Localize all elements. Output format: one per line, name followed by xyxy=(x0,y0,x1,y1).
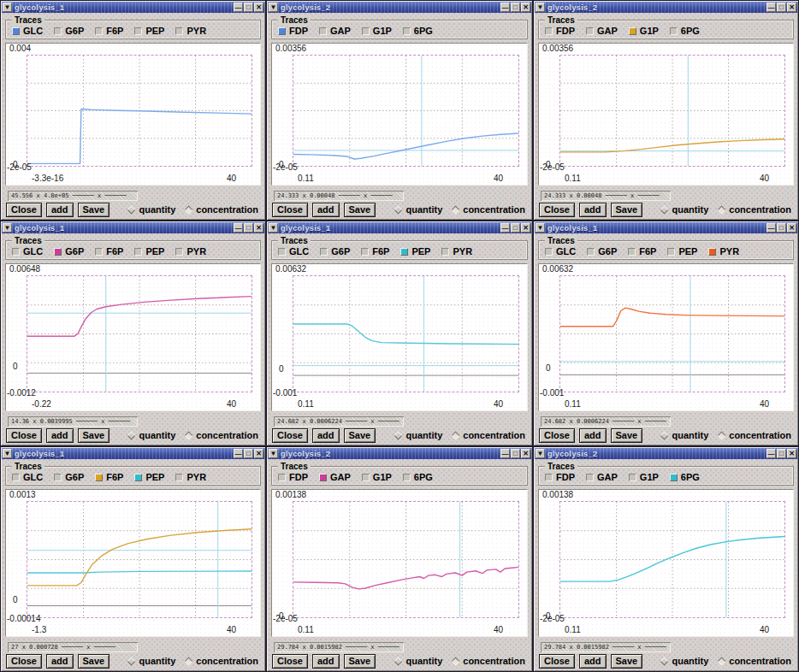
radio-quantity-diamond-icon[interactable] xyxy=(127,205,136,214)
checkbox-F6P[interactable] xyxy=(95,248,103,256)
plot-canvas[interactable] xyxy=(293,502,518,617)
maximize-icon[interactable]: □ xyxy=(777,3,786,12)
close-icon[interactable]: ✕ xyxy=(254,3,263,12)
radio-quantity[interactable]: quantity xyxy=(395,204,442,215)
close-icon[interactable]: ✕ xyxy=(787,3,796,12)
radio-quantity-diamond-icon[interactable] xyxy=(127,657,136,665)
close-button[interactable]: Close xyxy=(272,203,308,217)
radio-concentration[interactable]: concentration xyxy=(453,430,525,440)
trace-toggle-G1P[interactable]: G1P xyxy=(362,26,392,36)
trace-toggle-G6P[interactable]: G6P xyxy=(587,246,617,256)
add-button[interactable]: add xyxy=(46,654,74,669)
trace-toggle-F6P[interactable]: F6P xyxy=(95,246,123,256)
checkbox-G1P[interactable] xyxy=(362,27,370,35)
window-menu-icon[interactable]: ▼ xyxy=(536,3,545,12)
titlebar[interactable]: ▼glycolysis_2—□✕ xyxy=(535,448,797,459)
checkbox-GLC[interactable] xyxy=(12,27,20,35)
minimize-icon[interactable]: — xyxy=(766,223,776,233)
radio-quantity[interactable]: quantity xyxy=(128,656,175,666)
checkbox-FDP[interactable] xyxy=(545,27,553,35)
close-button[interactable]: Close xyxy=(6,654,42,669)
radio-quantity-diamond-icon[interactable] xyxy=(394,431,403,439)
minimize-icon[interactable]: — xyxy=(500,223,510,233)
checkbox-G1P[interactable] xyxy=(629,474,636,481)
plot-canvas[interactable] xyxy=(27,56,252,166)
checkbox-G6P[interactable] xyxy=(54,27,62,35)
window-menu-icon[interactable]: ▼ xyxy=(3,449,12,458)
trace-toggle-FDP[interactable]: FDP xyxy=(278,472,308,482)
minimize-icon[interactable]: — xyxy=(500,449,510,458)
save-button[interactable]: Save xyxy=(344,203,376,217)
trace-toggle-6PG[interactable]: 6PG xyxy=(403,472,433,482)
radio-concentration-diamond-icon[interactable] xyxy=(185,205,193,214)
radio-concentration-diamond-icon[interactable] xyxy=(718,431,726,439)
trace-toggle-G1P[interactable]: G1P xyxy=(362,472,392,482)
radio-concentration-diamond-icon[interactable] xyxy=(718,657,726,665)
trace-toggle-GAP[interactable]: GAP xyxy=(586,26,618,36)
trace-toggle-F6P[interactable]: F6P xyxy=(361,246,389,256)
maximize-icon[interactable]: □ xyxy=(244,3,253,12)
checkbox-GLC[interactable] xyxy=(12,474,20,481)
plot-canvas[interactable] xyxy=(560,276,784,392)
add-button[interactable]: add xyxy=(312,654,340,669)
minimize-icon[interactable]: — xyxy=(234,449,243,458)
checkbox-PYR[interactable] xyxy=(441,248,449,256)
maximize-icon[interactable]: □ xyxy=(244,223,253,233)
maximize-icon[interactable]: □ xyxy=(244,449,253,458)
window-menu-icon[interactable]: ▼ xyxy=(3,223,12,233)
checkbox-G6P[interactable] xyxy=(54,474,62,481)
close-icon[interactable]: ✕ xyxy=(521,3,530,12)
trace-toggle-F6P[interactable]: F6P xyxy=(95,472,123,482)
checkbox-6PG[interactable] xyxy=(670,474,678,481)
checkbox-PEP[interactable] xyxy=(134,248,142,256)
titlebar[interactable]: ▼glycolysis_1—□✕ xyxy=(2,2,264,13)
radio-quantity[interactable]: quantity xyxy=(661,204,708,215)
titlebar[interactable]: ▼glycolysis_1—□✕ xyxy=(268,222,531,233)
checkbox-G6P[interactable] xyxy=(54,248,62,256)
radio-concentration[interactable]: concentration xyxy=(719,656,791,666)
titlebar[interactable]: ▼glycolysis_1—□✕ xyxy=(2,448,264,459)
trace-toggle-PYR[interactable]: PYR xyxy=(441,246,472,256)
radio-quantity[interactable]: quantity xyxy=(395,430,442,440)
checkbox-GLC[interactable] xyxy=(12,248,20,256)
trace-toggle-GLC[interactable]: GLC xyxy=(12,26,43,36)
radio-concentration-diamond-icon[interactable] xyxy=(452,657,460,665)
trace-toggle-GLC[interactable]: GLC xyxy=(12,472,43,482)
checkbox-G1P[interactable] xyxy=(629,27,636,35)
checkbox-GAP[interactable] xyxy=(586,474,594,481)
add-button[interactable]: add xyxy=(46,428,74,443)
trace-toggle-GAP[interactable]: GAP xyxy=(319,26,351,36)
maximize-icon[interactable]: □ xyxy=(511,3,520,12)
checkbox-FDP[interactable] xyxy=(278,27,286,35)
radio-concentration-diamond-icon[interactable] xyxy=(185,657,193,665)
checkbox-PEP[interactable] xyxy=(134,27,142,35)
minimize-icon[interactable]: — xyxy=(234,223,243,233)
radio-quantity[interactable]: quantity xyxy=(128,204,175,215)
radio-concentration[interactable]: concentration xyxy=(719,204,791,215)
trace-toggle-G1P[interactable]: G1P xyxy=(629,26,659,36)
checkbox-6PG[interactable] xyxy=(403,27,411,35)
close-button[interactable]: Close xyxy=(539,428,575,443)
close-button[interactable]: Close xyxy=(539,654,575,669)
trace-toggle-G6P[interactable]: G6P xyxy=(54,472,84,482)
add-button[interactable]: add xyxy=(579,654,607,669)
trace-toggle-G6P[interactable]: G6P xyxy=(54,26,84,36)
close-button[interactable]: Close xyxy=(6,203,42,217)
plot-canvas[interactable] xyxy=(27,276,252,392)
save-button[interactable]: Save xyxy=(611,654,643,669)
checkbox-GLC[interactable] xyxy=(278,248,286,256)
radio-concentration-diamond-icon[interactable] xyxy=(185,431,193,439)
radio-concentration-diamond-icon[interactable] xyxy=(718,205,726,214)
maximize-icon[interactable]: □ xyxy=(511,449,520,458)
trace-toggle-G6P[interactable]: G6P xyxy=(320,246,350,256)
close-button[interactable]: Close xyxy=(272,428,308,443)
radio-quantity-diamond-icon[interactable] xyxy=(127,431,136,439)
add-button[interactable]: add xyxy=(312,203,340,217)
save-button[interactable]: Save xyxy=(78,203,110,217)
close-icon[interactable]: ✕ xyxy=(787,449,796,458)
plot-canvas[interactable] xyxy=(27,502,252,617)
checkbox-PYR[interactable] xyxy=(175,27,183,35)
maximize-icon[interactable]: □ xyxy=(777,449,786,458)
trace-toggle-PYR[interactable]: PYR xyxy=(175,472,206,482)
radio-concentration[interactable]: concentration xyxy=(186,656,258,666)
